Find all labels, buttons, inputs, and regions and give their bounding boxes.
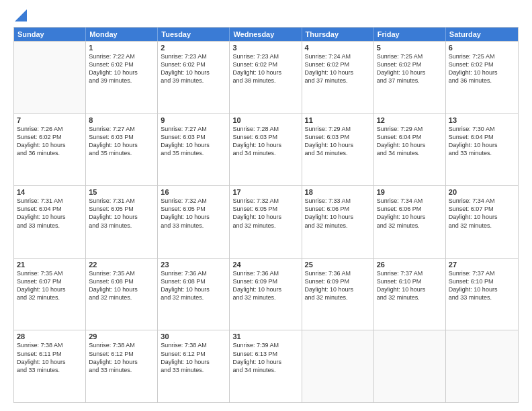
day-details: Sunrise: 7:29 AM Sunset: 6:04 PM Dayligh… — [377, 126, 426, 156]
day-cell-25: 25Sunrise: 7:36 AM Sunset: 6:09 PM Dayli… — [302, 259, 374, 330]
day-number: 6 — [449, 44, 515, 52]
day-cell-2: 2Sunrise: 7:23 AM Sunset: 6:02 PM Daylig… — [158, 42, 230, 113]
day-details: Sunrise: 7:23 AM Sunset: 6:02 PM Dayligh… — [161, 53, 210, 84]
day-details: Sunrise: 7:24 AM Sunset: 6:02 PM Dayligh… — [305, 53, 354, 84]
day-cell-21: 21Sunrise: 7:35 AM Sunset: 6:07 PM Dayli… — [14, 259, 86, 330]
day-number: 19 — [377, 188, 443, 196]
day-cell-29: 29Sunrise: 7:38 AM Sunset: 6:12 PM Dayli… — [86, 330, 158, 402]
day-number: 7 — [17, 116, 83, 124]
day-number: 22 — [89, 261, 154, 269]
day-details: Sunrise: 7:22 AM Sunset: 6:02 PM Dayligh… — [89, 53, 138, 84]
empty-cell — [14, 42, 86, 113]
day-details: Sunrise: 7:32 AM Sunset: 6:05 PM Dayligh… — [161, 197, 210, 228]
day-number: 30 — [161, 332, 226, 340]
day-details: Sunrise: 7:25 AM Sunset: 6:02 PM Dayligh… — [377, 53, 426, 84]
day-number: 14 — [17, 188, 83, 196]
day-header-sunday: Sunday — [14, 28, 86, 41]
day-number: 26 — [377, 261, 443, 269]
day-cell-4: 4Sunrise: 7:24 AM Sunset: 6:02 PM Daylig… — [302, 42, 374, 113]
day-details: Sunrise: 7:37 AM Sunset: 6:10 PM Dayligh… — [449, 270, 498, 301]
day-cell-18: 18Sunrise: 7:33 AM Sunset: 6:06 PM Dayli… — [302, 186, 374, 258]
day-cell-23: 23Sunrise: 7:36 AM Sunset: 6:08 PM Dayli… — [158, 259, 230, 330]
day-details: Sunrise: 7:38 AM Sunset: 6:12 PM Dayligh… — [89, 342, 138, 373]
day-number: 16 — [161, 188, 226, 196]
day-cell-12: 12Sunrise: 7:29 AM Sunset: 6:04 PM Dayli… — [374, 114, 446, 186]
header — [13, 12, 519, 21]
day-details: Sunrise: 7:35 AM Sunset: 6:08 PM Dayligh… — [89, 270, 138, 301]
day-header-tuesday: Tuesday — [158, 28, 230, 41]
day-number: 11 — [305, 116, 371, 124]
empty-cell — [446, 330, 518, 402]
day-cell-8: 8Sunrise: 7:27 AM Sunset: 6:03 PM Daylig… — [86, 114, 158, 186]
day-details: Sunrise: 7:31 AM Sunset: 6:05 PM Dayligh… — [89, 197, 138, 228]
day-header-wednesday: Wednesday — [230, 28, 302, 41]
svg-marker-0 — [15, 9, 27, 21]
day-details: Sunrise: 7:31 AM Sunset: 6:04 PM Dayligh… — [17, 197, 66, 228]
day-details: Sunrise: 7:27 AM Sunset: 6:03 PM Dayligh… — [89, 126, 138, 156]
day-details: Sunrise: 7:34 AM Sunset: 6:07 PM Dayligh… — [449, 197, 498, 228]
day-number: 21 — [17, 261, 83, 269]
day-details: Sunrise: 7:29 AM Sunset: 6:03 PM Dayligh… — [305, 126, 354, 156]
day-details: Sunrise: 7:39 AM Sunset: 6:13 PM Dayligh… — [232, 342, 281, 373]
day-number: 15 — [89, 188, 154, 196]
logo-triangle-icon — [15, 9, 27, 21]
day-cell-10: 10Sunrise: 7:28 AM Sunset: 6:03 PM Dayli… — [230, 114, 302, 186]
empty-cell — [374, 330, 446, 402]
day-number: 3 — [232, 44, 298, 52]
day-header-thursday: Thursday — [302, 28, 374, 41]
day-details: Sunrise: 7:36 AM Sunset: 6:08 PM Dayligh… — [161, 270, 210, 301]
day-details: Sunrise: 7:23 AM Sunset: 6:02 PM Dayligh… — [232, 53, 281, 84]
week-row-2: 7Sunrise: 7:26 AM Sunset: 6:02 PM Daylig… — [14, 113, 518, 186]
day-cell-15: 15Sunrise: 7:31 AM Sunset: 6:05 PM Dayli… — [86, 186, 158, 258]
day-cell-5: 5Sunrise: 7:25 AM Sunset: 6:02 PM Daylig… — [374, 42, 446, 113]
calendar-body: 1Sunrise: 7:22 AM Sunset: 6:02 PM Daylig… — [14, 41, 518, 402]
calendar-header-row: SundayMondayTuesdayWednesdayThursdayFrid… — [14, 28, 518, 41]
day-cell-1: 1Sunrise: 7:22 AM Sunset: 6:02 PM Daylig… — [86, 42, 158, 113]
day-details: Sunrise: 7:33 AM Sunset: 6:06 PM Dayligh… — [305, 197, 354, 228]
day-cell-11: 11Sunrise: 7:29 AM Sunset: 6:03 PM Dayli… — [302, 114, 374, 186]
day-number: 8 — [89, 116, 154, 124]
day-number: 17 — [232, 188, 298, 196]
day-number: 23 — [161, 261, 226, 269]
day-cell-20: 20Sunrise: 7:34 AM Sunset: 6:07 PM Dayli… — [446, 186, 518, 258]
day-number: 25 — [305, 261, 371, 269]
day-cell-22: 22Sunrise: 7:35 AM Sunset: 6:08 PM Dayli… — [86, 259, 158, 330]
week-row-5: 28Sunrise: 7:38 AM Sunset: 6:11 PM Dayli… — [14, 330, 518, 402]
day-cell-7: 7Sunrise: 7:26 AM Sunset: 6:02 PM Daylig… — [14, 114, 86, 186]
week-row-4: 21Sunrise: 7:35 AM Sunset: 6:07 PM Dayli… — [14, 258, 518, 330]
day-details: Sunrise: 7:38 AM Sunset: 6:12 PM Dayligh… — [161, 342, 210, 373]
day-number: 29 — [89, 332, 154, 340]
day-number: 10 — [232, 116, 298, 124]
day-details: Sunrise: 7:25 AM Sunset: 6:02 PM Dayligh… — [449, 53, 498, 84]
day-details: Sunrise: 7:26 AM Sunset: 6:02 PM Dayligh… — [17, 126, 66, 156]
week-row-1: 1Sunrise: 7:22 AM Sunset: 6:02 PM Daylig… — [14, 41, 518, 113]
day-number: 31 — [232, 332, 298, 340]
day-header-saturday: Saturday — [446, 28, 518, 41]
day-details: Sunrise: 7:38 AM Sunset: 6:11 PM Dayligh… — [17, 342, 66, 373]
day-details: Sunrise: 7:32 AM Sunset: 6:05 PM Dayligh… — [232, 197, 281, 228]
calendar: SundayMondayTuesdayWednesdayThursdayFrid… — [13, 27, 519, 403]
day-cell-19: 19Sunrise: 7:34 AM Sunset: 6:06 PM Dayli… — [374, 186, 446, 258]
day-details: Sunrise: 7:35 AM Sunset: 6:07 PM Dayligh… — [17, 270, 66, 301]
day-number: 28 — [17, 332, 83, 340]
day-cell-24: 24Sunrise: 7:36 AM Sunset: 6:09 PM Dayli… — [230, 259, 302, 330]
day-cell-17: 17Sunrise: 7:32 AM Sunset: 6:05 PM Dayli… — [230, 186, 302, 258]
day-cell-28: 28Sunrise: 7:38 AM Sunset: 6:11 PM Dayli… — [14, 330, 86, 402]
day-number: 9 — [161, 116, 226, 124]
page: SundayMondayTuesdayWednesdayThursdayFrid… — [0, 0, 532, 411]
day-details: Sunrise: 7:30 AM Sunset: 6:04 PM Dayligh… — [449, 126, 498, 156]
day-number: 13 — [449, 116, 515, 124]
logo — [13, 12, 27, 21]
day-cell-6: 6Sunrise: 7:25 AM Sunset: 6:02 PM Daylig… — [446, 42, 518, 113]
day-header-monday: Monday — [86, 28, 158, 41]
day-number: 4 — [305, 44, 371, 52]
day-number: 12 — [377, 116, 443, 124]
day-details: Sunrise: 7:36 AM Sunset: 6:09 PM Dayligh… — [305, 270, 354, 301]
day-number: 1 — [89, 44, 154, 52]
day-header-friday: Friday — [374, 28, 446, 41]
day-details: Sunrise: 7:36 AM Sunset: 6:09 PM Dayligh… — [232, 270, 281, 301]
week-row-3: 14Sunrise: 7:31 AM Sunset: 6:04 PM Dayli… — [14, 185, 518, 258]
day-cell-13: 13Sunrise: 7:30 AM Sunset: 6:04 PM Dayli… — [446, 114, 518, 186]
day-number: 24 — [232, 261, 298, 269]
day-number: 5 — [377, 44, 443, 52]
